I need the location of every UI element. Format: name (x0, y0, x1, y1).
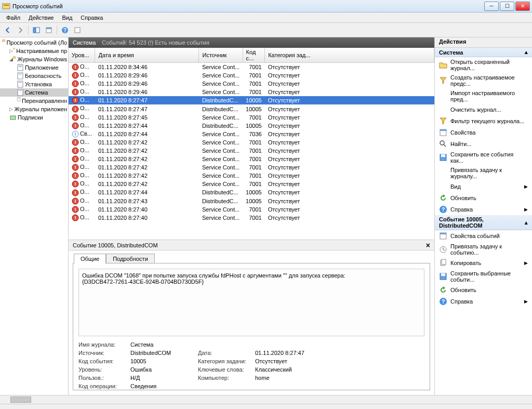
minimize-button[interactable]: ─ (484, 2, 499, 11)
refresh-button[interactable] (72, 24, 83, 36)
tree-forwarded[interactable]: Перенаправленн (0, 97, 68, 105)
col-code[interactable]: Код с... (243, 48, 265, 63)
error-icon: ! (72, 139, 79, 146)
action-refresh2[interactable]: Обновить (435, 284, 532, 296)
properties-button[interactable] (43, 24, 55, 36)
action-help2[interactable]: ?Справка▶ (435, 296, 532, 307)
table-row[interactable]: !О...01.11.2020 8:27:44DistributedC...10… (69, 188, 434, 196)
action-view[interactable]: Вид▶ (435, 181, 532, 192)
svg-rect-16 (19, 82, 22, 83)
collapse-icon[interactable]: ◢ (9, 57, 13, 62)
table-row[interactable]: !О...01.11.2020 8:29:46Service Cont...70… (69, 71, 434, 80)
log-name-label: Имя журнала: (78, 341, 130, 348)
svg-line-63 (444, 144, 446, 147)
action-save-selected[interactable]: Сохранить выбранные событи... (435, 269, 532, 284)
tab-general[interactable]: Общие (74, 254, 106, 263)
date-label: Дата: (198, 350, 255, 356)
tree-setup[interactable]: Установка (0, 80, 68, 88)
table-row[interactable]: !О...01.11.2020 8:27:47DistributedC...10… (69, 96, 434, 104)
detail-tabs: Общие Подробности (74, 254, 434, 263)
event-list[interactable]: Уров... Дата и время Источник Код с... К… (69, 48, 434, 240)
menu-help[interactable]: Справка (76, 14, 107, 22)
detail-message: Ошибка DCOM "1068" при попытке запуска с… (78, 269, 424, 336)
action-refresh[interactable]: Обновить (435, 192, 532, 204)
close-button[interactable]: ✕ (515, 2, 530, 11)
tree-application[interactable]: Приложение (0, 63, 68, 72)
tree-security[interactable]: Безопасность (0, 72, 68, 80)
tree-windows-logs[interactable]: ◢ Журналы Windows (0, 55, 68, 63)
tree-app-logs[interactable]: ▷ Журналы приложен (0, 105, 68, 113)
actions-header: Действия (435, 37, 532, 48)
svg-rect-20 (18, 98, 19, 99)
menu-view[interactable]: Вид (58, 14, 76, 22)
menu-bar: Файл Действие Вид Справка (0, 12, 532, 23)
maximize-button[interactable]: ☐ (500, 2, 514, 11)
col-category[interactable]: Категория зад... (265, 48, 434, 63)
col-level[interactable]: Уров... (69, 48, 95, 63)
table-row[interactable]: !О...01.11.2020 8:27:42Service Cont...70… (69, 155, 434, 163)
help-button[interactable]: ? (59, 24, 71, 36)
action-filter-current[interactable]: Фильтр текущего журнала... (435, 115, 532, 127)
table-row[interactable]: !О...01.11.2020 8:27:42Service Cont...70… (69, 180, 434, 188)
svg-text:!: ! (75, 98, 76, 103)
action-help[interactable]: ?Справка▶ (435, 204, 532, 215)
action-create-custom[interactable]: Создать настраиваемое предс... (435, 73, 532, 88)
tree-root[interactable]: Просмотр событий (Ло (0, 38, 68, 47)
svg-text:!: ! (75, 207, 76, 212)
error-icon: ! (72, 63, 79, 71)
action-clear-log[interactable]: Очистить журнал... (435, 104, 532, 115)
tree-h-scrollbar[interactable] (0, 395, 532, 404)
table-row[interactable]: !О...01.11.2020 8:27:43DistributedC...10… (69, 197, 434, 205)
svg-rect-1 (4, 5, 9, 6)
tab-details[interactable]: Подробности (106, 254, 155, 263)
table-row[interactable]: !О...01.11.2020 8:27:47DistributedC...10… (69, 104, 434, 113)
action-find[interactable]: Найти... (435, 138, 532, 150)
table-row[interactable]: !О...01.11.2020 8:27:42Service Cont...70… (69, 138, 434, 147)
col-datetime[interactable]: Дата и время (95, 48, 199, 63)
action-open-saved[interactable]: Открыть сохраненный журнал... (435, 57, 532, 73)
menu-file[interactable]: Файл (2, 14, 24, 22)
table-row[interactable]: !О...01.11.2020 8:27:42Service Cont...70… (69, 147, 434, 155)
back-button[interactable] (2, 24, 14, 36)
svg-rect-9 (2, 39, 5, 42)
action-attach-task[interactable]: Привязать задачу к журналу... (435, 165, 532, 181)
svg-text:!: ! (75, 64, 76, 70)
error-icon: ! (72, 105, 79, 113)
table-row[interactable]: !О...01.11.2020 8:29:46Service Cont...70… (69, 88, 434, 96)
action-save-all[interactable]: Сохранить все события как... (435, 150, 532, 165)
action-event-props[interactable]: Свойства событий (435, 230, 532, 242)
table-row[interactable]: !О...01.11.2020 8:27:42Service Cont...70… (69, 163, 434, 171)
col-source[interactable]: Источник (199, 48, 243, 63)
keywords-label: Ключевые слова: (198, 366, 255, 373)
section-header: Система Событий: 54 523 (!) Есть новые с… (69, 37, 434, 48)
table-row[interactable]: !О...01.11.2020 8:34:46Service Cont...70… (69, 63, 434, 72)
action-attach-task-event[interactable]: Привязать задачу к событию... (435, 242, 532, 257)
tree-subscriptions[interactable]: Подписки (0, 113, 68, 122)
table-row[interactable]: !О...01.11.2020 8:27:45Service Cont...70… (69, 113, 434, 122)
event-viewer-icon (2, 39, 5, 46)
tree-system[interactable]: Система (0, 88, 68, 97)
table-row[interactable]: !О...01.11.2020 8:29:46Service Cont...70… (69, 80, 434, 88)
menu-action[interactable]: Действие (24, 14, 58, 22)
action-copy[interactable]: Копировать▶ (435, 257, 532, 269)
subscriptions-icon (9, 114, 17, 121)
svg-rect-19 (17, 98, 20, 101)
table-row[interactable]: !О...01.11.2020 8:27:40Service Cont...70… (69, 205, 434, 214)
action-import-custom[interactable]: Импорт настраиваемого пред... (435, 88, 532, 104)
collapse-icon[interactable]: ▴ (525, 219, 528, 226)
forward-button[interactable] (15, 24, 26, 36)
detail-close-button[interactable]: × (426, 241, 430, 249)
error-icon: ! (72, 88, 79, 96)
action-properties[interactable]: Свойства (435, 127, 532, 138)
expand-icon[interactable]: ▷ (9, 107, 13, 112)
show-tree-button[interactable] (31, 24, 42, 36)
table-row[interactable]: !О...01.11.2020 8:27:40Service Cont...70… (69, 214, 434, 222)
expand-icon[interactable]: ▷ (9, 48, 13, 54)
svg-rect-18 (19, 90, 22, 91)
folder-icon (13, 105, 14, 113)
table-row[interactable]: !О...01.11.2020 8:27:44DistributedC...10… (69, 122, 434, 130)
tree-custom-views[interactable]: ▷ Настраиваемые пр (0, 47, 68, 55)
table-row[interactable]: !О...01.11.2020 8:27:42Service Cont...70… (69, 171, 434, 180)
collapse-icon[interactable]: ▴ (525, 49, 528, 56)
table-row[interactable]: iСв...01.11.2020 8:27:44Service Cont...7… (69, 130, 434, 138)
